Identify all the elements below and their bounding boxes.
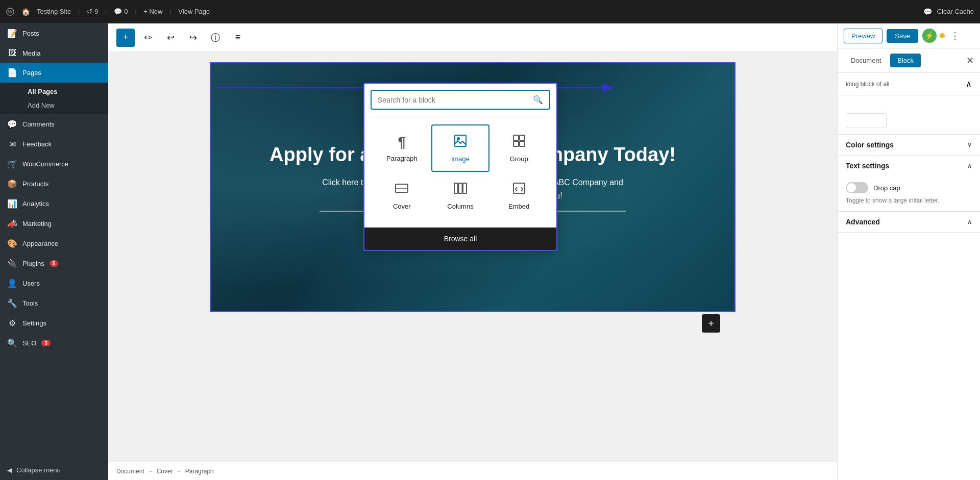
insert-embed-block[interactable]: Embed: [489, 172, 548, 219]
sidebar-item-marketing[interactable]: 📣 Marketing: [0, 214, 108, 234]
panel-header-icons: ⚡ ⋮: [922, 28, 962, 44]
custom-input-area: Custom: [838, 95, 980, 135]
drop-cap-label: Drop cap: [873, 184, 900, 192]
custom-input-field[interactable]: [846, 113, 887, 128]
block-description-text: lding block of all: [846, 80, 889, 89]
collapse-menu-button[interactable]: ◀ Collapse menu: [0, 460, 108, 480]
sidebar-item-label: Tools: [22, 299, 38, 307]
save-button[interactable]: Save: [887, 29, 918, 43]
image-block-label: Image: [451, 155, 470, 163]
notification-icon[interactable]: 💬: [924, 8, 932, 16]
inserter-blocks-grid: ¶ Paragraph Image: [364, 116, 556, 228]
advanced-label: Advanced: [846, 218, 880, 226]
paragraph-block-icon: ¶: [398, 134, 406, 150]
breadcrumb-paragraph[interactable]: Paragraph: [185, 468, 214, 475]
home-icon[interactable]: 🏠: [21, 8, 30, 16]
sidebar-item-media[interactable]: 🖼 Media: [0, 43, 108, 63]
sidebar-item-tools[interactable]: 🔧 Tools: [0, 293, 108, 313]
group-block-label: Group: [510, 155, 528, 163]
bolt-icon[interactable]: ⚡: [922, 29, 937, 43]
sidebar-item-seo[interactable]: 🔍 SEO 3: [0, 333, 108, 353]
search-block-input[interactable]: [372, 92, 527, 108]
color-settings-header[interactable]: Color settings ∨: [838, 135, 980, 155]
panel-close-button[interactable]: ✕: [966, 55, 974, 66]
undo-button[interactable]: ↩: [161, 29, 180, 47]
add-block-button[interactable]: +: [116, 29, 135, 47]
clear-cache-button[interactable]: Clear Cache: [937, 8, 974, 15]
sidebar-item-label: Users: [22, 280, 40, 287]
editor-toolbar: + ✏ ↩ ↪ ⓘ ≡: [108, 23, 837, 52]
list-view-button[interactable]: ≡: [229, 29, 247, 47]
view-page-link[interactable]: View Page: [178, 8, 210, 15]
drop-cap-toggle-row: Drop cap: [846, 182, 972, 193]
preview-button[interactable]: Preview: [844, 29, 883, 43]
revision-icon: ↺: [87, 8, 92, 15]
drop-cap-toggle[interactable]: [846, 182, 868, 193]
sidebar-item-appearance[interactable]: 🎨 Appearance: [0, 234, 108, 254]
wp-logo-icon[interactable]: W: [6, 8, 14, 16]
insert-group-block[interactable]: Group: [489, 124, 548, 172]
add-block-float-button[interactable]: +: [702, 314, 720, 333]
block-inserter-popup[interactable]: 🔍 ¶ Paragraph: [363, 83, 557, 251]
text-settings-section: Text settings ∧ Drop cap Toggle to show …: [838, 156, 980, 212]
right-panel: Preview Save ⚡ ⋮ Document Block ✕ lding …: [837, 23, 980, 480]
svg-rect-9: [520, 141, 525, 146]
panel-kebab-menu[interactable]: ⋮: [948, 28, 962, 44]
color-settings-label: Color settings: [846, 141, 894, 149]
advanced-header[interactable]: Advanced ∧: [838, 212, 980, 232]
advanced-section: Advanced ∧: [838, 212, 980, 233]
sidebar-item-posts[interactable]: 📝 Posts: [0, 23, 108, 43]
text-settings-content: Drop cap Toggle to show a large initial …: [838, 176, 980, 211]
text-settings-header[interactable]: Text settings ∧: [838, 156, 980, 176]
appearance-icon: 🎨: [7, 239, 17, 248]
sidebar-sub-all-pages[interactable]: All Pages: [22, 85, 108, 98]
breadcrumb-cover[interactable]: Cover: [157, 468, 173, 475]
sidebar-item-label: Pages: [22, 69, 41, 77]
sidebar-item-settings[interactable]: ⚙ Settings: [0, 313, 108, 333]
block-description-toggle[interactable]: ∧: [966, 79, 972, 89]
tab-document[interactable]: Document: [844, 54, 888, 67]
insert-columns-block[interactable]: Columns: [431, 172, 490, 219]
cover-block-icon: [395, 181, 409, 198]
info-button[interactable]: ⓘ: [206, 29, 225, 47]
products-icon: 📦: [7, 179, 17, 189]
columns-block-icon: [453, 181, 468, 198]
sidebar-item-analytics[interactable]: 📊 Analytics: [0, 194, 108, 214]
toggle-knob: [847, 183, 856, 192]
woocommerce-icon: 🛒: [7, 159, 17, 169]
svg-point-5: [457, 138, 459, 140]
new-content-button[interactable]: + New: [143, 8, 162, 15]
text-settings-label: Text settings: [846, 162, 889, 170]
browse-all-button[interactable]: Browse all: [364, 228, 556, 250]
site-name[interactable]: Testing Site: [37, 8, 71, 15]
sidebar-item-plugins[interactable]: 🔌 Plugins 5: [0, 254, 108, 273]
insert-paragraph-block[interactable]: ¶ Paragraph: [373, 124, 431, 172]
sidebar-item-label: Settings: [22, 319, 46, 327]
revision-count-value: 9: [94, 8, 98, 15]
sidebar-sub-add-new[interactable]: Add New: [22, 98, 108, 112]
editor-content: Apply for a Job at the ABC Company Today…: [108, 52, 837, 462]
sidebar-item-feedback[interactable]: ✉ Feedback: [0, 134, 108, 154]
settings-icon: ⚙: [7, 318, 17, 328]
breadcrumb-document[interactable]: Document: [116, 468, 144, 475]
search-block-button[interactable]: 🔍: [527, 91, 549, 109]
admin-bar-left: W 🏠 Testing Site | ↺ 9 | 💬 0 | + New | V…: [6, 8, 916, 16]
sidebar-item-pages[interactable]: 📄 Pages: [0, 63, 108, 83]
panel-tabs: Document Block: [844, 54, 921, 67]
sidebar-item-label: Media: [22, 49, 40, 57]
insert-image-block[interactable]: Image: [431, 124, 490, 172]
sidebar-item-woocommerce[interactable]: 🛒 WooCommerce: [0, 154, 108, 174]
sidebar-item-products[interactable]: 📦 Products: [0, 174, 108, 194]
redo-button[interactable]: ↪: [184, 29, 202, 47]
feedback-icon: ✉: [7, 139, 17, 149]
sidebar-item-label: WooCommerce: [22, 160, 68, 168]
analytics-icon: 📊: [7, 199, 17, 209]
sidebar-item-comments[interactable]: 💬 Comments: [0, 114, 108, 134]
insert-cover-block[interactable]: Cover: [373, 172, 431, 219]
revisions-indicator[interactable]: ↺ 9: [87, 8, 98, 15]
image-block-icon: [453, 134, 468, 151]
sidebar-item-users[interactable]: 👤 Users: [0, 273, 108, 293]
edit-button[interactable]: ✏: [139, 29, 157, 47]
tab-block[interactable]: Block: [890, 54, 921, 67]
comments-indicator[interactable]: 💬 0: [114, 8, 128, 15]
